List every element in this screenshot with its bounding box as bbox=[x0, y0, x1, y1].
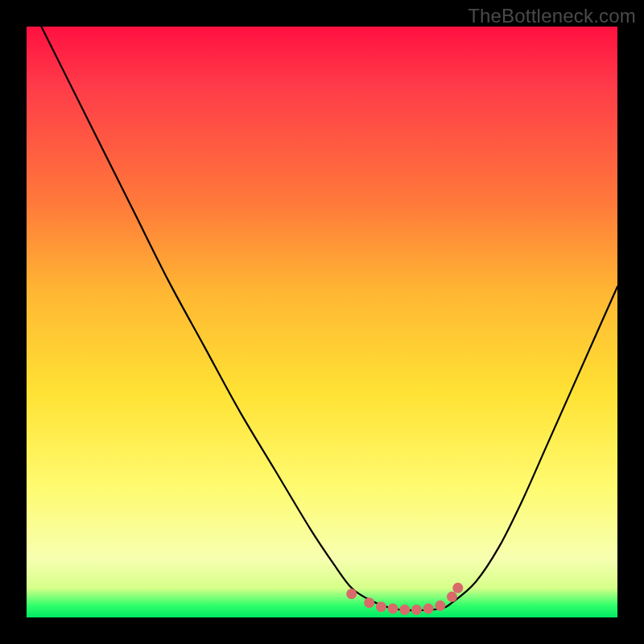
flat-dot bbox=[399, 605, 410, 615]
watermark-text: TheBottleneck.com bbox=[468, 5, 636, 27]
curve-path bbox=[27, 0, 617, 610]
flat-dot bbox=[423, 603, 434, 613]
plot-area bbox=[27, 27, 617, 617]
flat-dot bbox=[435, 601, 445, 611]
flat-dot bbox=[447, 592, 457, 602]
flat-dot bbox=[411, 605, 422, 615]
flat-dot bbox=[364, 597, 374, 608]
flat-region-dots bbox=[346, 583, 463, 615]
outer-frame: TheBottleneck.com bbox=[0, 0, 644, 644]
flat-dot bbox=[388, 603, 398, 613]
flat-dot bbox=[376, 601, 386, 612]
chart-svg bbox=[27, 27, 617, 617]
flat-dot bbox=[452, 583, 463, 593]
flat-dot bbox=[346, 588, 357, 599]
